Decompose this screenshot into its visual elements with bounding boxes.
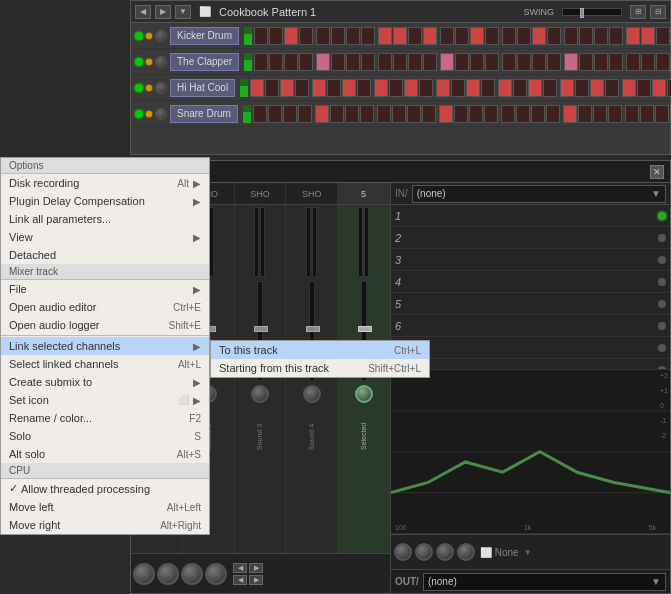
channel-item-2[interactable]: 2 <box>391 227 670 249</box>
menu-check-threaded: ✓ <box>9 482 21 495</box>
submenu-label-to-this: To this track <box>219 344 382 356</box>
channel-dot-3 <box>658 256 666 264</box>
master-vol-knob-4[interactable] <box>205 563 227 585</box>
db-label-2: +2 <box>660 372 668 379</box>
submenu-item-starting-from[interactable]: Starting from this track Shift+Ctrl+L <box>211 359 429 377</box>
menu-item-detached[interactable]: Detached <box>1 246 209 264</box>
hihat-controls: Hi Hat Cool <box>131 79 248 97</box>
master-vol-knob-2[interactable] <box>157 563 179 585</box>
channel-dot-4 <box>658 278 666 286</box>
swing-label: SWING <box>524 7 555 17</box>
kicker-mute-led[interactable] <box>146 33 152 39</box>
ch-knob-4[interactable] <box>457 543 475 561</box>
channel-item-8[interactable]: 8 <box>391 359 670 369</box>
freq-1k: 1k <box>524 524 531 531</box>
master-vol-knob[interactable] <box>133 563 155 585</box>
swing-slider[interactable] <box>562 8 622 16</box>
strip-5-pan[interactable] <box>355 385 373 403</box>
menu-item-allow-threaded[interactable]: ✓ Allow threaded processing <box>1 479 209 498</box>
strip-btn-row-2: ◀ ▶ <box>233 575 263 585</box>
strip-btn-1[interactable]: ◀ <box>233 563 247 573</box>
channel-num-5: 5 <box>395 298 415 310</box>
strip-btn-2[interactable]: ▶ <box>249 563 263 573</box>
channel-dot-2 <box>658 234 666 242</box>
hihat-knob[interactable] <box>155 82 167 94</box>
clapper-mute-led[interactable] <box>146 59 152 65</box>
seq-waveform-btn[interactable]: ⊞ <box>630 5 646 19</box>
none-channel-dropdown[interactable]: ▼ <box>524 548 532 557</box>
clapper-beats <box>252 53 671 71</box>
ch-knob-2[interactable] <box>415 543 433 561</box>
menu-item-disk-recording[interactable]: Disk recording Alt ▶ <box>1 174 209 192</box>
snare-active-led[interactable] <box>135 110 143 118</box>
kicker-controls: Kicker Drum <box>131 27 252 45</box>
menu-item-solo[interactable]: Solo S <box>1 427 209 445</box>
menu-shortcut-move-right: Alt+Right <box>160 520 201 531</box>
menu-item-move-right[interactable]: Move right Alt+Right <box>1 516 209 534</box>
mixer-close-btn[interactable]: ✕ <box>650 165 664 179</box>
none-channel-label: ⬜ None <box>480 547 519 558</box>
strip-4-meter <box>286 207 337 277</box>
strip-btn-4[interactable]: ▶ <box>249 575 263 585</box>
snare-vel <box>243 105 251 123</box>
snare-mute-led[interactable] <box>146 111 152 117</box>
snare-knob[interactable] <box>155 108 167 120</box>
menu-shortcut-logger: Shift+E <box>168 320 201 331</box>
db-label-n1: -1 <box>660 417 668 424</box>
kicker-active-led[interactable] <box>135 32 143 40</box>
hihat-mute-led[interactable] <box>146 85 152 91</box>
clapper-name-btn[interactable]: The Clapper <box>170 53 239 71</box>
channel-item-5[interactable]: 5 <box>391 293 670 315</box>
set-icon-preview: ⬜ <box>178 395 189 405</box>
strip-5-fader-handle[interactable] <box>358 326 372 332</box>
menu-item-plugin-delay[interactable]: Plugin Delay Compensation ▶ <box>1 192 209 210</box>
menu-item-move-left[interactable]: Move left Alt+Left <box>1 498 209 516</box>
seq-grid-btn[interactable]: ⊟ <box>650 5 666 19</box>
menu-item-view[interactable]: View ▶ <box>1 228 209 246</box>
menu-mixer-track-label: Mixer track <box>1 264 209 280</box>
snare-name-btn[interactable]: Snare Drum <box>170 105 238 123</box>
in-select[interactable]: (none) ▼ <box>412 185 666 203</box>
seq-menu-btn[interactable]: ▼ <box>175 5 191 19</box>
ch-knob-3[interactable] <box>436 543 454 561</box>
submenu-item-to-this-track[interactable]: To this track Ctrl+L <box>211 341 429 359</box>
out-select-value: (none) <box>428 576 457 587</box>
strip-3-pan[interactable] <box>251 385 269 403</box>
strip-btn-3[interactable]: ◀ <box>233 575 247 585</box>
strip-5-name: Selected <box>360 405 367 450</box>
menu-item-open-logger[interactable]: Open audio logger Shift+E <box>1 316 209 334</box>
menu-item-file[interactable]: File ▶ <box>1 280 209 298</box>
eq-area: +2 +1 0 -1 -2 100 1k 5k <box>391 369 670 535</box>
hihat-active-led[interactable] <box>135 84 143 92</box>
strip-4-fader-handle[interactable] <box>306 326 320 332</box>
menu-label-logger: Open audio logger <box>9 319 156 331</box>
channel-item-6[interactable]: 6 <box>391 315 670 337</box>
menu-item-alt-solo[interactable]: Alt solo Alt+S <box>1 445 209 463</box>
ch-knob-1[interactable] <box>394 543 412 561</box>
freq-5k: 5k <box>649 524 656 531</box>
out-select[interactable]: (none) ▼ <box>423 573 666 591</box>
menu-item-link-selected[interactable]: Link selected channels ▶ <box>1 337 209 355</box>
seq-next-btn[interactable]: ▶ <box>155 5 171 19</box>
channel-item-1[interactable]: 1 <box>391 205 670 227</box>
menu-item-open-audio-editor[interactable]: Open audio editor Ctrl+E <box>1 298 209 316</box>
db-labels: +2 +1 0 -1 -2 <box>660 372 668 439</box>
menu-item-set-icon[interactable]: Set icon ⬜ ▶ <box>1 391 209 409</box>
strip-4-pan[interactable] <box>303 385 321 403</box>
strip-3-fader-handle[interactable] <box>254 326 268 332</box>
menu-item-select-linked[interactable]: Select linked channels Alt+L <box>1 355 209 373</box>
seq-prev-btn[interactable]: ◀ <box>135 5 151 19</box>
clapper-knob[interactable] <box>155 56 167 68</box>
hihat-name-btn[interactable]: Hi Hat Cool <box>170 79 235 97</box>
master-vol-knob-3[interactable] <box>181 563 203 585</box>
menu-item-create-submix[interactable]: Create submix to ▶ <box>1 373 209 391</box>
menu-item-link-all[interactable]: Link all parameters... <box>1 210 209 228</box>
channel-item-4[interactable]: 4 <box>391 271 670 293</box>
kicker-knob[interactable] <box>155 30 167 42</box>
channel-num-3: 3 <box>395 254 415 266</box>
clapper-active-led[interactable] <box>135 58 143 66</box>
channel-item-3[interactable]: 3 <box>391 249 670 271</box>
kicker-name-btn[interactable]: Kicker Drum <box>170 27 239 45</box>
menu-item-rename[interactable]: Rename / color... F2 <box>1 409 209 427</box>
channel-item-7[interactable]: 7 <box>391 337 670 359</box>
